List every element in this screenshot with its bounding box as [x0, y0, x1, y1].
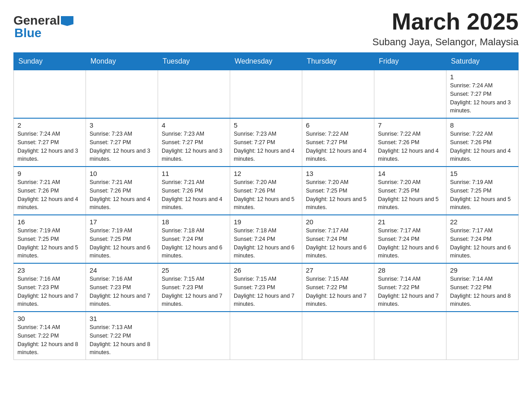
- day-number: 4: [162, 121, 226, 129]
- calendar-cell: 24Sunrise: 7:16 AMSunset: 7:23 PMDayligh…: [86, 263, 158, 312]
- calendar-cell: 10Sunrise: 7:21 AMSunset: 7:26 PMDayligh…: [86, 167, 158, 215]
- sun-info: Sunrise: 7:21 AMSunset: 7:26 PMDaylight:…: [90, 178, 154, 212]
- calendar-cell: 19Sunrise: 7:18 AMSunset: 7:24 PMDayligh…: [230, 215, 302, 263]
- sun-info: Sunrise: 7:22 AMSunset: 7:27 PMDaylight:…: [306, 130, 370, 163]
- calendar-week-row: 2Sunrise: 7:24 AMSunset: 7:27 PMDaylight…: [14, 118, 519, 167]
- sun-info: Sunrise: 7:14 AMSunset: 7:22 PMDaylight:…: [378, 275, 442, 308]
- day-number: 23: [17, 266, 82, 274]
- sun-info: Sunrise: 7:18 AMSunset: 7:24 PMDaylight:…: [162, 227, 226, 260]
- sun-info: Sunrise: 7:17 AMSunset: 7:24 PMDaylight:…: [306, 227, 370, 260]
- calendar-cell: [374, 70, 446, 119]
- calendar-cell: 30Sunrise: 7:14 AMSunset: 7:22 PMDayligh…: [14, 312, 86, 360]
- calendar-cell: 27Sunrise: 7:15 AMSunset: 7:22 PMDayligh…: [302, 263, 374, 312]
- calendar-cell: 31Sunrise: 7:13 AMSunset: 7:22 PMDayligh…: [86, 312, 158, 360]
- calendar-week-row: 9Sunrise: 7:21 AMSunset: 7:26 PMDaylight…: [14, 167, 519, 215]
- calendar-cell: 21Sunrise: 7:17 AMSunset: 7:24 PMDayligh…: [374, 215, 446, 263]
- sun-info: Sunrise: 7:16 AMSunset: 7:23 PMDaylight:…: [90, 275, 154, 308]
- calendar-cell: 28Sunrise: 7:14 AMSunset: 7:22 PMDayligh…: [374, 263, 446, 312]
- day-number: 29: [450, 266, 515, 274]
- day-number: 21: [378, 218, 442, 226]
- sun-info: Sunrise: 7:18 AMSunset: 7:24 PMDaylight:…: [234, 227, 298, 260]
- month-title: March 2025: [372, 9, 519, 34]
- calendar-cell: [86, 70, 158, 119]
- sun-info: Sunrise: 7:15 AMSunset: 7:23 PMDaylight:…: [162, 275, 226, 308]
- calendar-week-row: 30Sunrise: 7:14 AMSunset: 7:22 PMDayligh…: [14, 312, 519, 360]
- logo: General Blue: [13, 9, 73, 40]
- calendar-header-row: SundayMondayTuesdayWednesdayThursdayFrid…: [14, 53, 519, 70]
- weekday-header-saturday: Saturday: [446, 53, 519, 70]
- day-number: 25: [162, 266, 226, 274]
- title-area: March 2025 Subang Jaya, Selangor, Malays…: [372, 9, 519, 48]
- day-number: 27: [306, 266, 370, 274]
- day-number: 11: [162, 170, 226, 177]
- calendar-week-row: 23Sunrise: 7:16 AMSunset: 7:23 PMDayligh…: [14, 263, 519, 312]
- calendar-cell: 1Sunrise: 7:24 AMSunset: 7:27 PMDaylight…: [446, 70, 519, 119]
- sun-info: Sunrise: 7:14 AMSunset: 7:22 PMDaylight:…: [17, 323, 82, 357]
- svg-marker-0: [61, 16, 73, 26]
- day-number: 3: [90, 121, 154, 129]
- calendar-cell: 22Sunrise: 7:17 AMSunset: 7:24 PMDayligh…: [446, 215, 519, 263]
- day-number: 17: [90, 218, 154, 226]
- calendar-cell: [302, 312, 374, 360]
- sun-info: Sunrise: 7:23 AMSunset: 7:27 PMDaylight:…: [234, 130, 298, 163]
- day-number: 26: [234, 266, 298, 274]
- sun-info: Sunrise: 7:24 AMSunset: 7:27 PMDaylight:…: [17, 130, 82, 163]
- calendar-cell: 23Sunrise: 7:16 AMSunset: 7:23 PMDayligh…: [14, 263, 86, 312]
- day-number: 1: [450, 73, 515, 81]
- day-number: 31: [90, 315, 154, 322]
- sun-info: Sunrise: 7:19 AMSunset: 7:25 PMDaylight:…: [17, 227, 82, 260]
- day-number: 9: [17, 170, 82, 177]
- day-number: 18: [162, 218, 226, 226]
- page-header: General Blue March 2025 Subang Jaya, Sel…: [13, 9, 519, 48]
- calendar-cell: [374, 312, 446, 360]
- calendar-cell: 11Sunrise: 7:21 AMSunset: 7:26 PMDayligh…: [158, 167, 230, 215]
- sun-info: Sunrise: 7:15 AMSunset: 7:22 PMDaylight:…: [306, 275, 370, 308]
- calendar-cell: 29Sunrise: 7:14 AMSunset: 7:22 PMDayligh…: [446, 263, 519, 312]
- calendar-cell: 14Sunrise: 7:20 AMSunset: 7:25 PMDayligh…: [374, 167, 446, 215]
- calendar-cell: 3Sunrise: 7:23 AMSunset: 7:27 PMDaylight…: [86, 118, 158, 167]
- weekday-header-monday: Monday: [86, 53, 158, 70]
- sun-info: Sunrise: 7:17 AMSunset: 7:24 PMDaylight:…: [378, 227, 442, 260]
- sun-info: Sunrise: 7:17 AMSunset: 7:24 PMDaylight:…: [450, 227, 515, 260]
- calendar-cell: 13Sunrise: 7:20 AMSunset: 7:25 PMDayligh…: [302, 167, 374, 215]
- logo-blue: Blue: [14, 26, 42, 40]
- day-number: 12: [234, 170, 298, 177]
- logo-triangle-icon: [61, 16, 73, 26]
- day-number: 6: [306, 121, 370, 129]
- calendar-cell: [230, 70, 302, 119]
- sun-info: Sunrise: 7:19 AMSunset: 7:25 PMDaylight:…: [90, 227, 154, 260]
- calendar-cell: 15Sunrise: 7:19 AMSunset: 7:25 PMDayligh…: [446, 167, 519, 215]
- calendar-cell: 26Sunrise: 7:15 AMSunset: 7:23 PMDayligh…: [230, 263, 302, 312]
- calendar-cell: [158, 312, 230, 360]
- sun-info: Sunrise: 7:23 AMSunset: 7:27 PMDaylight:…: [90, 130, 154, 163]
- weekday-header-friday: Friday: [374, 53, 446, 70]
- day-number: 2: [17, 121, 82, 129]
- day-number: 19: [234, 218, 298, 226]
- sun-info: Sunrise: 7:15 AMSunset: 7:23 PMDaylight:…: [234, 275, 298, 308]
- calendar-cell: 2Sunrise: 7:24 AMSunset: 7:27 PMDaylight…: [14, 118, 86, 167]
- calendar-table: SundayMondayTuesdayWednesdayThursdayFrid…: [13, 52, 519, 360]
- calendar-cell: [14, 70, 86, 119]
- calendar-cell: [158, 70, 230, 119]
- day-number: 22: [450, 218, 515, 226]
- calendar-cell: [230, 312, 302, 360]
- day-number: 24: [90, 266, 154, 274]
- sun-info: Sunrise: 7:19 AMSunset: 7:25 PMDaylight:…: [450, 178, 515, 212]
- calendar-cell: 16Sunrise: 7:19 AMSunset: 7:25 PMDayligh…: [14, 215, 86, 263]
- sun-info: Sunrise: 7:23 AMSunset: 7:27 PMDaylight:…: [162, 130, 226, 163]
- calendar-cell: 6Sunrise: 7:22 AMSunset: 7:27 PMDaylight…: [302, 118, 374, 167]
- sun-info: Sunrise: 7:13 AMSunset: 7:22 PMDaylight:…: [90, 323, 154, 357]
- sun-info: Sunrise: 7:21 AMSunset: 7:26 PMDaylight:…: [162, 178, 226, 212]
- weekday-header-tuesday: Tuesday: [158, 53, 230, 70]
- sun-info: Sunrise: 7:22 AMSunset: 7:26 PMDaylight:…: [450, 130, 515, 163]
- calendar-cell: 7Sunrise: 7:22 AMSunset: 7:26 PMDaylight…: [374, 118, 446, 167]
- day-number: 16: [17, 218, 82, 226]
- weekday-header-sunday: Sunday: [14, 53, 86, 70]
- calendar-cell: 5Sunrise: 7:23 AMSunset: 7:27 PMDaylight…: [230, 118, 302, 167]
- day-number: 13: [306, 170, 370, 177]
- calendar-cell: 12Sunrise: 7:20 AMSunset: 7:26 PMDayligh…: [230, 167, 302, 215]
- sun-info: Sunrise: 7:24 AMSunset: 7:27 PMDaylight:…: [450, 81, 515, 115]
- sun-info: Sunrise: 7:21 AMSunset: 7:26 PMDaylight:…: [17, 178, 82, 212]
- weekday-header-thursday: Thursday: [302, 53, 374, 70]
- day-number: 28: [378, 266, 442, 274]
